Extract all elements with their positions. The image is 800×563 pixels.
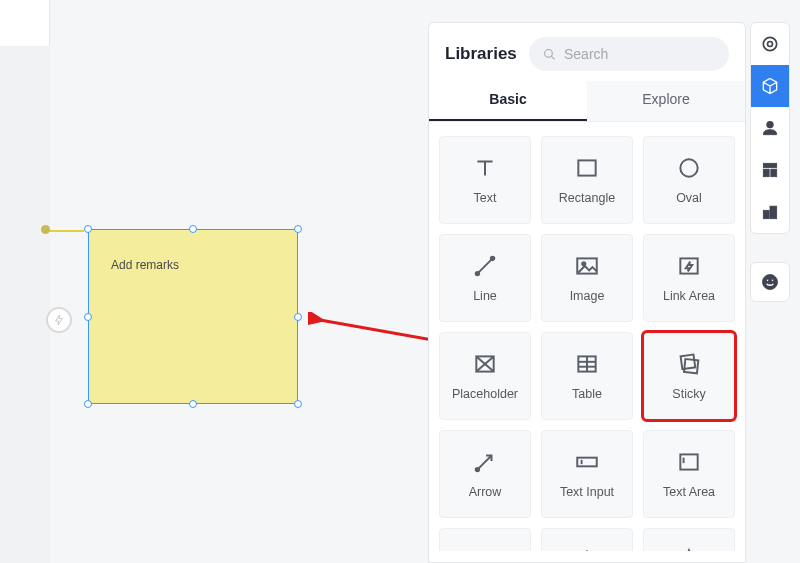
shape-rectangle[interactable]: Rectangle	[541, 136, 633, 224]
shape-placeholder[interactable]: Placeholder	[439, 332, 531, 420]
toolbar-target-button[interactable]	[751, 23, 789, 65]
shape-image[interactable]: Image	[541, 234, 633, 322]
svg-point-37	[771, 279, 773, 281]
svg-line-5	[477, 258, 492, 273]
svg-point-28	[768, 42, 773, 47]
svg-point-36	[766, 279, 768, 281]
shape-icon	[472, 547, 498, 551]
placeholder-icon	[472, 351, 498, 377]
shape-label: Table	[572, 387, 602, 401]
shape-label: Line	[473, 289, 497, 303]
search-box[interactable]	[529, 37, 729, 71]
svg-point-29	[767, 121, 774, 128]
svg-point-4	[680, 159, 697, 176]
rectangle-icon	[574, 155, 600, 181]
search-input[interactable]	[564, 46, 715, 62]
svg-rect-32	[771, 169, 777, 177]
shape-grid[interactable]: Text Rectangle Oval Line Image Link Area…	[429, 122, 745, 551]
svg-point-21	[476, 468, 479, 471]
shape-textinput[interactable]: Text Input	[541, 430, 633, 518]
shape-partial-3[interactable]	[643, 528, 735, 551]
resize-handle-tc[interactable]	[189, 225, 197, 233]
tab-basic[interactable]: Basic	[429, 81, 587, 121]
textinput-icon	[574, 449, 600, 475]
libraries-panel: Libraries Basic Explore Text Rectangle O…	[428, 22, 746, 563]
shape-table[interactable]: Table	[541, 332, 633, 420]
resize-handle-bl[interactable]	[84, 400, 92, 408]
svg-point-6	[476, 272, 479, 275]
sticky-note[interactable]: Add remarks	[88, 229, 298, 404]
star-icon	[676, 547, 702, 551]
svg-point-1	[544, 49, 552, 57]
shape-label: Text Input	[560, 485, 614, 499]
svg-rect-18	[681, 354, 696, 369]
resize-handle-mr[interactable]	[294, 313, 302, 321]
shape-label: Arrow	[469, 485, 502, 499]
search-icon	[543, 47, 556, 62]
shape-label: Link Area	[663, 289, 715, 303]
libraries-header: Libraries	[429, 23, 745, 81]
rotation-stem	[84, 225, 90, 231]
lightning-badge[interactable]	[46, 307, 72, 333]
textarea-icon	[676, 449, 702, 475]
shape-label: Placeholder	[452, 387, 518, 401]
image-icon	[574, 253, 600, 279]
emoji-button[interactable]	[750, 262, 790, 302]
shape-label: Oval	[676, 191, 702, 205]
toolbar-components-button[interactable]	[751, 65, 789, 107]
shape-label: Image	[570, 289, 605, 303]
shape-oval[interactable]: Oval	[643, 136, 735, 224]
shape-partial-1[interactable]	[439, 528, 531, 551]
svg-rect-3	[578, 160, 595, 175]
svg-point-27	[763, 37, 776, 50]
target-icon	[760, 34, 780, 54]
shape-label: Text	[474, 191, 497, 205]
svg-rect-31	[763, 169, 769, 177]
toolbar-user-button[interactable]	[751, 107, 789, 149]
shape-label: Rectangle	[559, 191, 615, 205]
sticky-icon	[676, 351, 702, 377]
shape-partial-2[interactable]	[541, 528, 633, 551]
oval-icon	[676, 155, 702, 181]
shape-label: Sticky	[672, 387, 705, 401]
svg-line-2	[551, 56, 554, 59]
svg-rect-30	[763, 163, 776, 167]
rotation-handle[interactable]	[41, 225, 50, 234]
svg-point-35	[763, 275, 778, 290]
svg-rect-19	[684, 359, 698, 373]
left-panel-strip	[0, 0, 50, 46]
buildings-icon	[760, 202, 780, 222]
svg-rect-33	[763, 210, 769, 218]
arrow-icon	[472, 449, 498, 475]
shape-text[interactable]: Text	[439, 136, 531, 224]
line-icon	[472, 253, 498, 279]
resize-handle-ml[interactable]	[84, 313, 92, 321]
libraries-tabs: Basic Explore	[429, 81, 745, 122]
shape-line[interactable]: Line	[439, 234, 531, 322]
toolbar-layout-button[interactable]	[751, 149, 789, 191]
table-icon	[574, 351, 600, 377]
cube-icon	[760, 76, 780, 96]
shape-linkarea[interactable]: Link Area	[643, 234, 735, 322]
resize-handle-bc[interactable]	[189, 400, 197, 408]
svg-rect-34	[770, 206, 777, 219]
shape-sticky[interactable]: Sticky	[643, 332, 735, 420]
text-icon	[472, 155, 498, 181]
tab-explore[interactable]: Explore	[587, 81, 745, 121]
resize-handle-tr[interactable]	[294, 225, 302, 233]
right-toolbar	[750, 22, 790, 234]
svg-line-20	[477, 456, 491, 470]
shape-textarea[interactable]: Text Area	[643, 430, 735, 518]
shape-arrow[interactable]: Arrow	[439, 430, 531, 518]
svg-rect-22	[577, 458, 597, 467]
svg-point-7	[491, 257, 494, 260]
lightning-icon	[53, 314, 65, 326]
linkarea-icon	[676, 253, 702, 279]
shape-label: Text Area	[663, 485, 715, 499]
user-icon	[760, 118, 780, 138]
toolbar-buildings-button[interactable]	[751, 191, 789, 233]
sticky-note-text[interactable]: Add remarks	[111, 258, 179, 272]
emoji-icon	[760, 272, 780, 292]
resize-handle-br[interactable]	[294, 400, 302, 408]
libraries-title: Libraries	[445, 44, 517, 64]
